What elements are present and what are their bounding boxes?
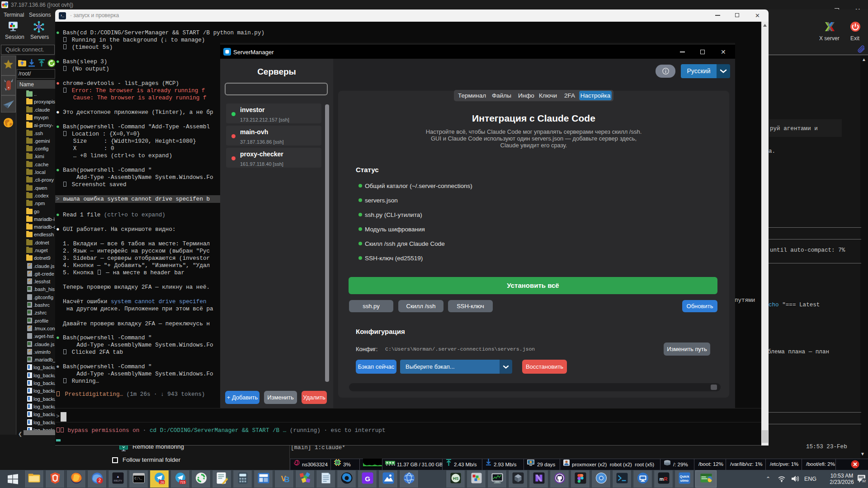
svg-text:715: 715 [180,481,185,484]
svg-text:2: 2 [98,478,101,483]
svg-text:m: m [659,476,664,482]
svg-text:32: 32 [862,479,866,483]
svg-text:R: R [664,476,667,482]
svg-text:.26: .26 [160,481,164,484]
svg-text:▲: ▲ [116,475,119,478]
svg-text:G: G [365,475,370,483]
svg-text:utmo: utmo [680,479,689,483]
svg-text:FRUTY: FRUTY [113,479,122,482]
svg-text:HS: HS [453,476,458,481]
svg-text:B: B [284,475,289,484]
svg-text:Quick: Quick [679,474,689,479]
svg-text:C:\_: C:\_ [134,477,142,480]
